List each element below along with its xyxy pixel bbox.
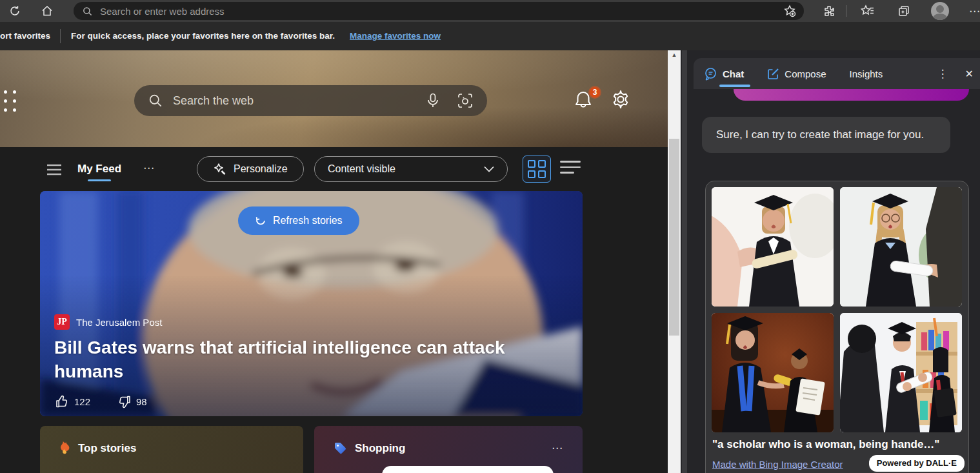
grid-view-toggle[interactable] xyxy=(523,156,551,183)
shopping-card[interactable]: Shopping ⋯ xyxy=(314,426,583,473)
shopping-title: Shopping xyxy=(355,442,405,455)
panel-close-icon[interactable]: ✕ xyxy=(961,65,977,83)
grid-view-icon xyxy=(528,160,546,178)
shopping-more-icon[interactable]: ⋯ xyxy=(552,441,563,455)
tab-chat-label: Chat xyxy=(723,68,744,79)
flame-icon xyxy=(59,441,70,456)
dalle-badge: Powered by DALL·E xyxy=(869,455,965,472)
search-icon xyxy=(148,94,163,108)
avatar-head xyxy=(936,5,944,13)
refresh-stories-label: Refresh stories xyxy=(273,215,343,226)
scrollbar-up-arrow[interactable]: ▲ xyxy=(668,52,681,58)
address-bar[interactable] xyxy=(74,2,804,20)
image-results-card: "a scholar who is a woman, being hande…"… xyxy=(705,181,969,473)
collections-icon[interactable] xyxy=(894,2,914,20)
web-search-box[interactable] xyxy=(134,85,487,116)
favorites-icon[interactable] xyxy=(858,2,877,20)
tab-compose-label: Compose xyxy=(785,68,826,79)
home-icon[interactable] xyxy=(37,2,57,20)
like-count: 122 xyxy=(74,396,90,407)
reload-icon[interactable] xyxy=(5,2,25,20)
generated-image-grid xyxy=(712,187,963,432)
tab-insights[interactable]: Insights xyxy=(850,68,883,79)
generated-image-4[interactable] xyxy=(840,313,962,432)
favorites-bar: ort favorites For quick access, place yo… xyxy=(0,22,980,50)
hero-story-card[interactable]: Refresh stories JP The Jerusalem Post Bi… xyxy=(40,191,583,416)
story-headline[interactable]: Bill Gates warns that artificial intelli… xyxy=(54,336,570,383)
page-scrollbar[interactable]: ▲ xyxy=(668,50,681,473)
generated-image-2[interactable] xyxy=(840,187,962,307)
story-source-name: The Jerusalem Post xyxy=(76,317,162,328)
feed-menu-icon[interactable] xyxy=(46,164,62,176)
sparkle-pencil-icon xyxy=(213,163,226,176)
refresh-icon xyxy=(255,215,266,226)
edge-browser-window: ⋯ ort favorites For quick access, place … xyxy=(0,0,980,473)
chevron-down-icon xyxy=(484,166,494,172)
import-favorites-label[interactable]: ort favorites xyxy=(0,31,50,41)
generated-image-1[interactable] xyxy=(712,187,834,307)
panel-edge xyxy=(682,50,687,473)
shopping-item-preview xyxy=(382,466,554,473)
newtab-page: 3 My Feed ⋯ Personalize Co xyxy=(0,50,668,473)
personalize-label: Personalize xyxy=(234,163,288,175)
waffle-menu-icon[interactable] xyxy=(0,90,16,112)
copilot-sidebar: Chat Compose Insights ⋮ ✕ Sure, I can tr… xyxy=(681,50,980,473)
generated-image-3[interactable] xyxy=(712,313,834,432)
visual-search-icon[interactable] xyxy=(457,93,473,108)
compose-icon xyxy=(767,68,779,80)
story-source-row: JP The Jerusalem Post xyxy=(54,314,162,330)
search-icon xyxy=(83,6,92,16)
shopping-tag-icon xyxy=(334,441,347,455)
chat-bubble-icon xyxy=(704,67,717,81)
my-feed-active-underline xyxy=(88,179,111,181)
story-vote-row: 122 98 xyxy=(55,395,147,408)
tab-insights-label: Insights xyxy=(850,68,883,79)
image-prompt-caption: "a scholar who is a woman, being hande…" xyxy=(712,438,964,451)
toolbar-divider xyxy=(846,5,846,17)
list-view-toggle[interactable] xyxy=(560,161,581,177)
feed-controls-row: My Feed ⋯ Personalize Content visible xyxy=(0,154,668,190)
address-input[interactable] xyxy=(100,6,783,17)
favbar-message: For quick access, place your favorites h… xyxy=(71,31,335,41)
web-search-input[interactable] xyxy=(173,94,426,108)
add-favorite-star-icon[interactable] xyxy=(783,5,796,17)
extensions-icon[interactable] xyxy=(819,2,839,20)
avatar-body xyxy=(933,14,947,20)
copilot-header: Chat Compose Insights ⋮ ✕ xyxy=(694,58,980,89)
tab-chat[interactable]: Chat xyxy=(704,67,744,81)
voice-search-icon[interactable] xyxy=(426,93,439,108)
thumbs-down-icon[interactable] xyxy=(117,395,131,408)
notification-count-badge: 3 xyxy=(588,86,601,99)
scrollbar-thumb[interactable] xyxy=(669,139,679,336)
feed-more-icon[interactable]: ⋯ xyxy=(143,161,155,175)
profile-avatar[interactable] xyxy=(931,2,949,20)
bing-image-creator-link[interactable]: Made with Bing Image Creator xyxy=(712,459,843,470)
content-visible-dropdown[interactable]: Content visible xyxy=(314,156,508,182)
tab-compose[interactable]: Compose xyxy=(767,68,826,80)
browser-menu-icon[interactable]: ⋯ xyxy=(965,2,980,20)
favbar-divider xyxy=(60,29,61,43)
personalize-button[interactable]: Personalize xyxy=(197,156,304,182)
settings-gear-icon[interactable] xyxy=(610,89,631,110)
refresh-stories-button[interactable]: Refresh stories xyxy=(238,206,359,235)
bot-message-bubble: Sure, I can try to create that image for… xyxy=(702,117,950,153)
panel-menu-kebab-icon[interactable]: ⋮ xyxy=(934,65,952,83)
manage-favorites-link[interactable]: Manage favorites now xyxy=(350,31,441,41)
dislike-count: 98 xyxy=(136,396,147,407)
jerusalem-post-logo: JP xyxy=(54,314,70,330)
content-visible-value: Content visible xyxy=(328,163,395,175)
chat-active-underline xyxy=(719,85,750,87)
browser-toolbar: ⋯ xyxy=(0,0,980,22)
tab-my-feed[interactable]: My Feed xyxy=(77,163,121,176)
top-stories-card[interactable]: Top stories xyxy=(40,426,303,473)
thumbs-up-icon[interactable] xyxy=(55,395,69,408)
top-stories-title: Top stories xyxy=(78,442,136,455)
